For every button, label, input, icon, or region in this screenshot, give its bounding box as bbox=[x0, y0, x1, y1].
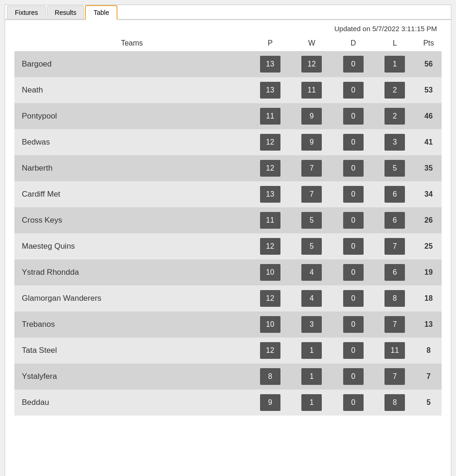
team-name: Ystalyfera bbox=[14, 364, 249, 390]
stat-p: 13 bbox=[249, 77, 291, 103]
stat-l: 3 bbox=[374, 129, 415, 155]
table-row: Ystalyfera81077 bbox=[14, 364, 442, 390]
team-name: Bedwas bbox=[14, 129, 249, 155]
tab-fixtures[interactable]: Fixtures bbox=[7, 6, 46, 19]
stat-pts: 41 bbox=[416, 129, 442, 155]
stat-l: 7 bbox=[374, 364, 415, 390]
stat-w: 5 bbox=[291, 207, 332, 233]
table-row: Maesteg Quins1250725 bbox=[14, 233, 442, 259]
table-row: Glamorgan Wanderers1240818 bbox=[14, 285, 442, 311]
stat-pts: 18 bbox=[416, 285, 442, 311]
header-teams: Teams bbox=[14, 35, 249, 51]
stat-d: 0 bbox=[332, 364, 374, 390]
stat-w: 4 bbox=[291, 259, 332, 285]
table-header-row: Teams P W D L Pts bbox=[14, 35, 442, 51]
stat-p: 12 bbox=[249, 155, 291, 181]
stat-l: 6 bbox=[374, 259, 415, 285]
stat-pts: 56 bbox=[416, 51, 442, 77]
stat-l: 1 bbox=[374, 51, 415, 77]
stat-p: 8 bbox=[249, 364, 291, 390]
stat-w: 5 bbox=[291, 233, 332, 259]
table-row: Pontypool1190246 bbox=[14, 103, 442, 129]
table-row: Bedwas1290341 bbox=[14, 129, 442, 155]
stat-d: 0 bbox=[332, 311, 374, 337]
stat-pts: 53 bbox=[416, 77, 442, 103]
table-row: Cross Keys1150626 bbox=[14, 207, 442, 233]
table-row: Beddau91085 bbox=[14, 390, 442, 416]
stat-p: 12 bbox=[249, 285, 291, 311]
team-name: Tata Steel bbox=[14, 337, 249, 364]
team-name: Trebanos bbox=[14, 311, 249, 337]
stat-w: 1 bbox=[291, 390, 332, 416]
tab-table[interactable]: Table bbox=[85, 5, 117, 20]
team-name: Glamorgan Wanderers bbox=[14, 285, 249, 311]
stat-w: 7 bbox=[291, 155, 332, 181]
stat-pts: 13 bbox=[416, 311, 442, 337]
team-name: Pontypool bbox=[14, 103, 249, 129]
team-name: Maesteg Quins bbox=[14, 233, 249, 259]
stat-p: 10 bbox=[249, 311, 291, 337]
stat-d: 0 bbox=[332, 129, 374, 155]
tabs-bar: FixturesResultsTable bbox=[5, 5, 451, 20]
stat-p: 9 bbox=[249, 390, 291, 416]
header-d: D bbox=[332, 35, 374, 51]
header-p: P bbox=[249, 35, 291, 51]
team-name: Narberth bbox=[14, 155, 249, 181]
team-name: Bargoed bbox=[14, 51, 249, 77]
header-pts: Pts bbox=[416, 35, 442, 51]
stat-l: 5 bbox=[374, 155, 415, 181]
stat-d: 0 bbox=[332, 181, 374, 207]
stat-w: 1 bbox=[291, 337, 332, 364]
table-row: Narberth1270535 bbox=[14, 155, 442, 181]
stat-w: 9 bbox=[291, 103, 332, 129]
stat-p: 11 bbox=[249, 207, 291, 233]
stat-l: 2 bbox=[374, 77, 415, 103]
table-row: Cardiff Met1370634 bbox=[14, 181, 442, 207]
stat-w: 3 bbox=[291, 311, 332, 337]
table-row: Ystrad Rhondda1040619 bbox=[14, 259, 442, 285]
team-name: Cross Keys bbox=[14, 207, 249, 233]
stat-l: 8 bbox=[374, 390, 415, 416]
stat-pts: 35 bbox=[416, 155, 442, 181]
stat-l: 7 bbox=[374, 233, 415, 259]
stat-p: 12 bbox=[249, 233, 291, 259]
stat-l: 7 bbox=[374, 311, 415, 337]
stat-w: 4 bbox=[291, 285, 332, 311]
league-table: Teams P W D L Pts Bargoed13120156Neath13… bbox=[14, 35, 442, 416]
stat-pts: 7 bbox=[416, 364, 442, 390]
stat-d: 0 bbox=[332, 259, 374, 285]
stat-p: 13 bbox=[249, 51, 291, 77]
update-timestamp: Updated on 5/7/2022 3:11:15 PM bbox=[14, 20, 442, 35]
stat-l: 2 bbox=[374, 103, 415, 129]
stat-d: 0 bbox=[332, 155, 374, 181]
stat-p: 12 bbox=[249, 337, 291, 364]
stat-d: 0 bbox=[332, 103, 374, 129]
table-row: Trebanos1030713 bbox=[14, 311, 442, 337]
app-container: FixturesResultsTable Updated on 5/7/2022… bbox=[5, 5, 451, 476]
stat-pts: 25 bbox=[416, 233, 442, 259]
stat-pts: 26 bbox=[416, 207, 442, 233]
stat-l: 6 bbox=[374, 181, 415, 207]
stat-p: 10 bbox=[249, 259, 291, 285]
stat-pts: 8 bbox=[416, 337, 442, 364]
stat-pts: 19 bbox=[416, 259, 442, 285]
stat-l: 11 bbox=[374, 337, 415, 364]
table-row: Neath13110253 bbox=[14, 77, 442, 103]
stat-l: 6 bbox=[374, 207, 415, 233]
content-area: Updated on 5/7/2022 3:11:15 PM Teams P W… bbox=[5, 20, 451, 476]
stat-w: 12 bbox=[291, 51, 332, 77]
stat-pts: 46 bbox=[416, 103, 442, 129]
stat-w: 7 bbox=[291, 181, 332, 207]
stat-p: 11 bbox=[249, 103, 291, 129]
tab-results[interactable]: Results bbox=[47, 6, 85, 19]
header-l: L bbox=[374, 35, 415, 51]
stat-w: 11 bbox=[291, 77, 332, 103]
stat-d: 0 bbox=[332, 285, 374, 311]
stat-w: 9 bbox=[291, 129, 332, 155]
stat-d: 0 bbox=[332, 233, 374, 259]
table-row: Bargoed13120156 bbox=[14, 51, 442, 77]
table-row: Tata Steel1210118 bbox=[14, 337, 442, 364]
stat-w: 1 bbox=[291, 364, 332, 390]
stat-p: 13 bbox=[249, 181, 291, 207]
team-name: Cardiff Met bbox=[14, 181, 249, 207]
